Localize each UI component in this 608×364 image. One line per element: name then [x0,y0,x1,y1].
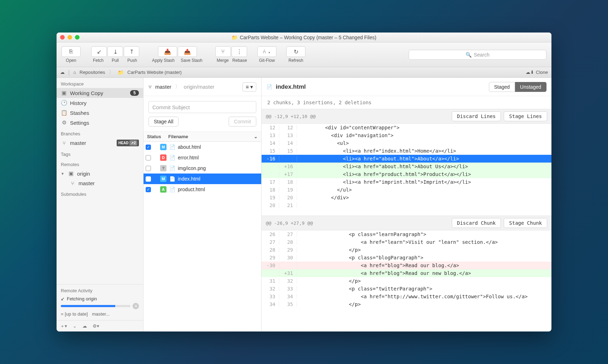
gitflow-button[interactable]: ⑃ ▾ [257,46,276,57]
list-icon: ≡ [246,84,249,90]
zoom-window-button[interactable] [75,35,80,40]
terminal-icon[interactable]: ⌄ [73,323,77,329]
branch-header: ⑂ master 〉 origin/master ≡ ▾ [144,78,261,96]
clock-icon: 🕑 [61,100,67,106]
branch-icon: ⑂ [148,84,152,90]
rebase-button[interactable]: ⋮ [232,46,247,57]
push-button[interactable]: ⤒ [124,46,139,57]
diff-line[interactable]: 1212 <div id="contentWrapper"> [262,124,551,131]
diff-line[interactable]: 3132 </p> [262,277,551,285]
sidebar-branch-master[interactable]: ⑂ master HEAD ↗2 [57,138,143,148]
minimize-window-button[interactable] [68,35,72,40]
remote-activity: Remote Activity ↙ Fetching origin ✕ = [u… [57,284,143,320]
commit-button[interactable]: Commit [229,117,256,127]
close-window-button[interactable] [60,35,65,40]
diff-line[interactable]: 3435 </p> [262,300,551,308]
diff-line[interactable]: -30 <a href="blog">Read our blog.</a> [262,262,551,269]
file-icon: 📄 [169,144,175,150]
search-input[interactable]: 🔍 Search [409,50,546,60]
hunk-1-body[interactable]: 1212 <div id="contentWrapper">1313 <div … [262,124,551,209]
diff-line[interactable]: 2930 <p class="blogParagraph"> [262,254,551,262]
breadcrumb-repositories[interactable]: Repositories [80,70,105,75]
discard-lines-button[interactable]: Discard Lines [452,111,501,121]
diff-pane: 📄 index.html Staged Unstaged 2 chunks, 3… [262,78,551,331]
refresh-button[interactable]: ↻ [286,46,305,57]
sidebar-remotes-header: Remotes [57,158,143,169]
sidebar-item-stashes[interactable]: 📋 Stashes [57,108,143,118]
gear-icon: ⚙ [61,119,67,126]
file-row[interactable]: D📄error.html [144,152,261,163]
save-stash-button[interactable]: 📤 [178,46,197,57]
chevron-down-icon[interactable]: ▼ [61,172,65,176]
stage-checkbox[interactable] [146,166,151,171]
branch-remote[interactable]: origin/master [184,84,215,90]
diff-line[interactable]: 1313 <div id="navigation"> [262,131,551,139]
sidebar: Workspace ▣ Working Copy 5 🕑 History 📋 S… [57,78,144,331]
diff-line[interactable]: 1819 </ul> [262,186,551,194]
diff-line[interactable]: 1718 <li><a href="imprint.html">Imprint<… [262,178,551,186]
changed-files-badge: 5 [130,90,139,96]
apply-stash-button[interactable]: 📥 [158,46,177,57]
cloud-icon[interactable]: ☁ [82,323,87,329]
file-name: index.html [178,176,200,182]
sidebar-item-working-copy[interactable]: ▣ Working Copy 5 [57,88,143,98]
pull-button[interactable]: ⤓ [107,46,123,57]
view-selector[interactable]: ≡ ▾ [242,82,256,92]
search-icon: 🔍 [466,52,472,58]
sidebar-item-settings[interactable]: ⚙ Settings [57,118,143,128]
hunk-2-body[interactable]: 2627 <p class="learnParagraph">2728 <a h… [262,230,551,308]
discard-chunk-button[interactable]: Discard Chunk [452,218,501,228]
add-button[interactable]: ＋▾ [60,323,67,329]
diff-line[interactable]: -16 <li><a href="about.html">About</a></… [262,155,551,163]
commit-subject-input[interactable]: Commit Subject [148,101,256,113]
sidebar-remote-origin[interactable]: ▼ ▣ origin [57,169,143,178]
diff-line[interactable]: 2829 </p> [262,246,551,254]
stage-lines-button[interactable]: Stage Lines [504,111,547,121]
stage-checkbox[interactable]: ✓ [146,145,151,150]
status-badge: D [160,154,166,161]
merge-button[interactable]: ⑂ [215,46,231,57]
diff-line[interactable]: 2728 <a href="learn">Visit our "learn" s… [262,238,551,246]
diff-line[interactable]: 1515 <li><a href="index.html">Home</a></… [262,147,551,155]
file-row[interactable]: M📄index.html [144,174,261,184]
gear-icon[interactable]: ⚙▾ [93,323,99,329]
diff-line[interactable]: 2021 [262,201,551,209]
diff-line[interactable]: +31 <a href="blog">Read our new blog.</a… [262,269,551,277]
breadcrumb-project[interactable]: CarParts Website (master) [127,70,182,75]
cancel-fetch-button[interactable]: ✕ [133,303,139,309]
file-row[interactable]: ?📄img/icon.png [144,163,261,174]
unstaged-tab[interactable]: Unstaged [515,82,546,92]
stage-all-button[interactable]: Stage All [148,117,179,127]
sidebar-item-history[interactable]: 🕑 History [57,98,143,108]
diff-line[interactable]: 2627 <p class="learnParagraph"> [262,230,551,238]
sidebar-branches-header: Branches [57,128,143,138]
diff-line[interactable]: 3233 <p class="twitterParagraph"> [262,285,551,293]
clone-button[interactable]: Clone [536,70,548,75]
cloud-icon[interactable]: ☁ [60,70,65,75]
diff-summary: 2 chunks, 3 insertions, 2 deletions [262,96,551,109]
drive-icon: ⌂ [73,70,76,75]
staged-tab[interactable]: Staged [489,82,515,92]
file-list: ✓M📄about.htmlD📄error.html?📄img/icon.pngM… [144,142,261,331]
toolbar: ⎘ Open ↙ ⤓ ⤒ Fetch Pull Push 📥 📤 Apply S… [57,42,551,67]
folder-icon: ▣ [61,90,67,96]
file-row[interactable]: ✓A📄product.html [144,184,261,195]
stage-chunk-button[interactable]: Stage Chunk [504,218,547,228]
stage-checkbox[interactable]: ✓ [146,187,151,192]
diff-line[interactable]: 1920 </div> [262,194,551,201]
chevron-down-icon[interactable]: ⌄ [254,134,258,139]
branch-local[interactable]: master [155,84,171,90]
diff-line[interactable]: 1414 <ul> [262,139,551,147]
file-row[interactable]: ✓M📄about.html [144,142,261,152]
open-button[interactable]: ⎘ [62,46,81,57]
fetch-button[interactable]: ↙ [91,46,107,57]
file-icon: 📄 [169,155,175,160]
diff-line[interactable]: 3334 <a href="http://www.twitter.com/git… [262,293,551,300]
stage-checkbox[interactable] [146,155,151,160]
diff-line[interactable]: +17 <li><a href="product.html">Product</… [262,170,551,178]
diff-line[interactable]: +16 <li><a href="about.html">About Us</a… [262,163,551,170]
folder-icon: 📁 [118,70,124,75]
file-name: img/icon.png [178,165,206,171]
sidebar-remote-origin-master[interactable]: ⑂ master [57,178,143,188]
stage-checkbox[interactable] [146,176,151,182]
